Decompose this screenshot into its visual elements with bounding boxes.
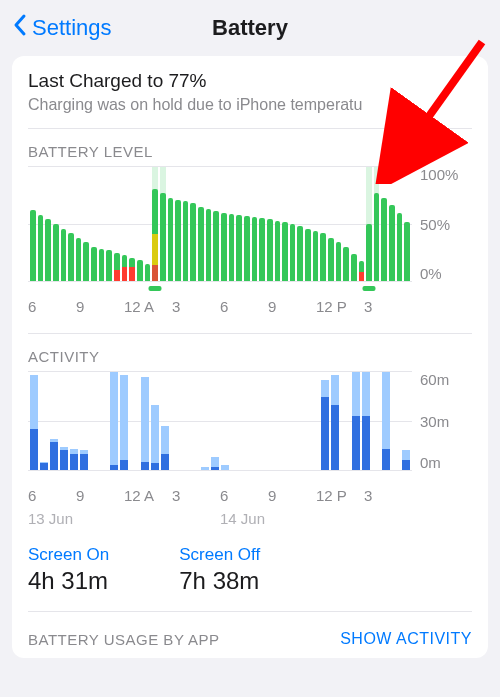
battery-bar bbox=[229, 167, 235, 281]
activity-bar bbox=[291, 372, 299, 470]
activity-bar bbox=[231, 372, 239, 470]
activity-bar bbox=[201, 372, 209, 470]
battery-bar bbox=[114, 167, 120, 281]
battery-bar bbox=[389, 167, 395, 281]
battery-level-chart[interactable]: 100% 50% 0% bbox=[28, 166, 472, 282]
battery-bar bbox=[236, 167, 242, 281]
activity-bar bbox=[382, 372, 390, 470]
battery-bar bbox=[343, 167, 349, 281]
activity-bar bbox=[241, 372, 249, 470]
activity-bar bbox=[60, 372, 68, 470]
show-activity-button[interactable]: SHOW ACTIVITY bbox=[340, 630, 472, 648]
battery-bar bbox=[145, 167, 151, 281]
activity-bar bbox=[181, 372, 189, 470]
activity-bar bbox=[341, 372, 349, 470]
activity-bar bbox=[251, 372, 259, 470]
activity-bar bbox=[392, 372, 400, 470]
screen-on-value: 4h 31m bbox=[28, 567, 109, 595]
battery-bar bbox=[160, 167, 166, 281]
battery-bar bbox=[259, 167, 265, 281]
battery-y-axis: 100% 50% 0% bbox=[412, 166, 472, 282]
activity-bar bbox=[80, 372, 88, 470]
battery-bar bbox=[122, 167, 128, 281]
battery-bar bbox=[91, 167, 97, 281]
activity-bar bbox=[281, 372, 289, 470]
battery-bar bbox=[320, 167, 326, 281]
activity-bar bbox=[40, 372, 48, 470]
battery-bar bbox=[374, 167, 380, 281]
battery-usage-header: BATTERY USAGE BY APP bbox=[28, 631, 219, 648]
screen-off-stat: Screen Off 7h 38m bbox=[179, 545, 260, 595]
battery-bar bbox=[328, 167, 334, 281]
activity-bar bbox=[130, 372, 138, 470]
battery-bar bbox=[305, 167, 311, 281]
activity-chart[interactable]: 60m 30m 0m bbox=[28, 371, 472, 471]
battery-bar bbox=[244, 167, 250, 281]
battery-bar bbox=[38, 167, 44, 281]
battery-bar bbox=[76, 167, 82, 281]
activity-bar bbox=[161, 372, 169, 470]
battery-bar bbox=[152, 167, 158, 281]
activity-bar bbox=[90, 372, 98, 470]
battery-bar bbox=[53, 167, 59, 281]
activity-bar bbox=[141, 372, 149, 470]
battery-card: Last Charged to 77% Charging was on hold… bbox=[12, 56, 488, 658]
activity-bar bbox=[321, 372, 329, 470]
activity-bar bbox=[110, 372, 118, 470]
battery-bar bbox=[206, 167, 212, 281]
divider bbox=[28, 611, 472, 612]
activity-y-axis: 60m 30m 0m bbox=[412, 371, 472, 471]
screen-on-stat: Screen On 4h 31m bbox=[28, 545, 109, 595]
battery-bar bbox=[190, 167, 196, 281]
battery-bar bbox=[221, 167, 227, 281]
chevron-left-icon bbox=[12, 13, 28, 43]
activity-bar bbox=[70, 372, 78, 470]
activity-bar bbox=[372, 372, 380, 470]
activity-bar bbox=[301, 372, 309, 470]
battery-bar bbox=[137, 167, 143, 281]
back-label: Settings bbox=[32, 15, 112, 41]
battery-bar bbox=[336, 167, 342, 281]
battery-bar bbox=[297, 167, 303, 281]
last-charged-title: Last Charged to 77% bbox=[28, 70, 472, 92]
activity-bar bbox=[362, 372, 370, 470]
battery-bar bbox=[99, 167, 105, 281]
activity-bar bbox=[120, 372, 128, 470]
battery-bar bbox=[359, 167, 365, 281]
last-charged-subtext: Charging was on hold due to iPhone tempe… bbox=[28, 96, 472, 114]
battery-bar bbox=[168, 167, 174, 281]
battery-bar bbox=[366, 167, 372, 281]
battery-bar bbox=[30, 167, 36, 281]
battery-bar bbox=[175, 167, 181, 281]
activity-bar bbox=[151, 372, 159, 470]
activity-x-axis: 6 9 12 A 3 6 9 12 P 3 bbox=[28, 487, 472, 504]
activity-bar bbox=[311, 372, 319, 470]
screen-off-label: Screen Off bbox=[179, 545, 260, 565]
battery-x-axis: 6 9 12 A 3 6 9 12 P 3 bbox=[28, 298, 472, 315]
activity-bar bbox=[211, 372, 219, 470]
activity-bar bbox=[100, 372, 108, 470]
battery-bar bbox=[198, 167, 204, 281]
divider bbox=[28, 128, 472, 129]
battery-bar bbox=[183, 167, 189, 281]
battery-bar bbox=[267, 167, 273, 281]
battery-bar bbox=[404, 167, 410, 281]
activity-bar bbox=[50, 372, 58, 470]
divider bbox=[28, 333, 472, 334]
battery-bar bbox=[106, 167, 112, 281]
battery-bar bbox=[313, 167, 319, 281]
back-button[interactable]: Settings bbox=[12, 13, 112, 43]
battery-level-header: BATTERY LEVEL bbox=[28, 143, 472, 160]
battery-bar bbox=[61, 167, 67, 281]
battery-bar bbox=[213, 167, 219, 281]
battery-bar bbox=[381, 167, 387, 281]
battery-bar bbox=[351, 167, 357, 281]
screen-off-value: 7h 38m bbox=[179, 567, 260, 595]
activity-header: ACTIVITY bbox=[28, 348, 472, 365]
battery-bar bbox=[129, 167, 135, 281]
battery-bar bbox=[68, 167, 74, 281]
battery-bar bbox=[282, 167, 288, 281]
activity-bar bbox=[171, 372, 179, 470]
activity-bar bbox=[271, 372, 279, 470]
battery-bar bbox=[45, 167, 51, 281]
